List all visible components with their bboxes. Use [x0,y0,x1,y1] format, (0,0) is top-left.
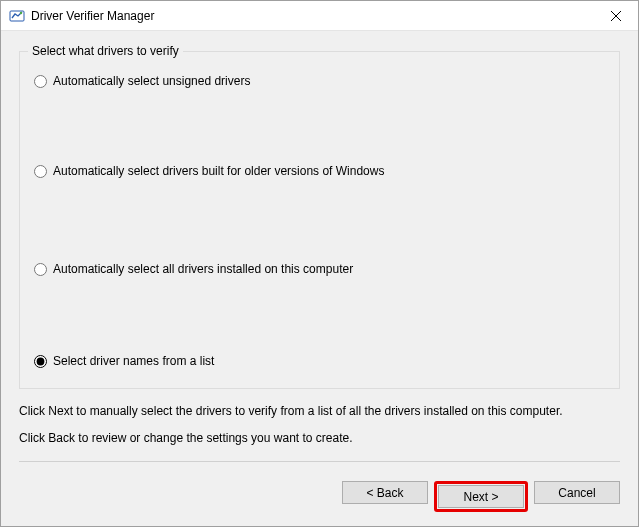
app-icon [9,8,25,24]
group-legend: Select what drivers to verify [28,44,183,58]
button-row: < Back Next > Cancel [1,469,638,526]
driver-verifier-window: Driver Verifier Manager Select what driv… [0,0,639,527]
radio-unsigned-drivers[interactable]: Automatically select unsigned drivers [34,74,250,88]
radio-select-from-list[interactable]: Select driver names from a list [34,354,214,368]
close-icon [611,11,621,21]
next-button-highlight: Next > [434,481,528,512]
radio-input-select-from-list[interactable] [34,355,47,368]
close-button[interactable] [593,1,638,30]
next-button[interactable]: Next > [438,485,524,508]
content-area: Select what drivers to verify Automatica… [1,31,638,469]
radio-input-older-windows[interactable] [34,165,47,178]
instruction-line-1: Click Next to manually select the driver… [19,403,620,420]
radio-all-drivers[interactable]: Automatically select all drivers install… [34,262,353,276]
radio-label: Select driver names from a list [53,354,214,368]
radio-input-all-drivers[interactable] [34,263,47,276]
instructions: Click Next to manually select the driver… [19,403,620,447]
svg-point-1 [20,11,22,13]
window-title: Driver Verifier Manager [31,9,154,23]
radio-input-unsigned[interactable] [34,75,47,88]
radio-older-windows[interactable]: Automatically select drivers built for o… [34,164,384,178]
titlebar: Driver Verifier Manager [1,1,638,31]
radio-label: Automatically select drivers built for o… [53,164,384,178]
cancel-button[interactable]: Cancel [534,481,620,504]
radio-label: Automatically select unsigned drivers [53,74,250,88]
separator [19,461,620,462]
radio-label: Automatically select all drivers install… [53,262,353,276]
driver-select-group: Select what drivers to verify Automatica… [19,51,620,389]
back-button[interactable]: < Back [342,481,428,504]
instruction-line-2: Click Back to review or change the setti… [19,430,620,447]
